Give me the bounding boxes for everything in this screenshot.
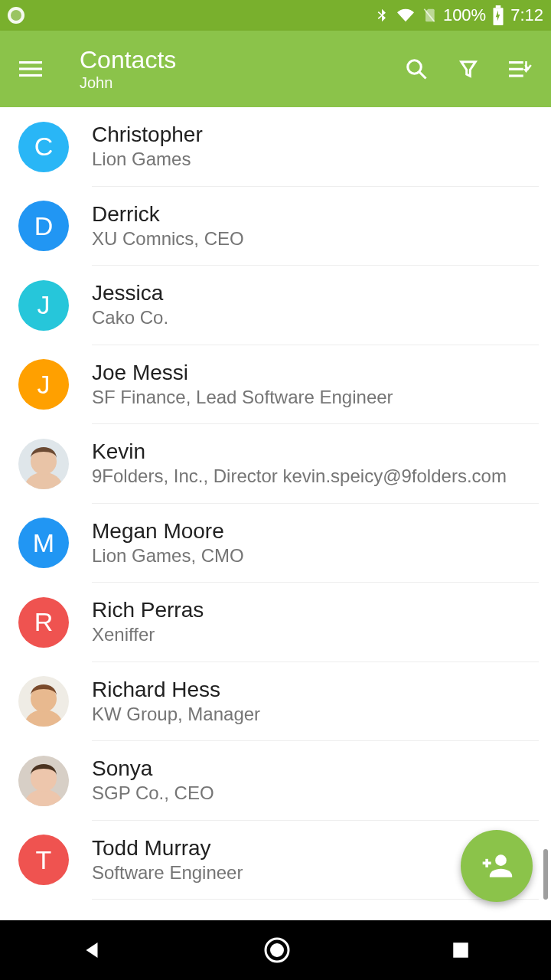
contact-row[interactable]: RRich PerrasXeniffer <box>0 583 551 662</box>
contact-text: Megan MooreLion Games, CMO <box>92 504 539 583</box>
contact-text: JessicaCako Co. <box>92 266 539 345</box>
screen: 100% 7:12 Contacts John CChristopherLion… <box>0 0 551 980</box>
svg-rect-22 <box>485 859 488 867</box>
contact-avatar[interactable]: J <box>18 359 69 410</box>
contact-row[interactable]: SonyaSGP Co., CEO <box>0 741 551 821</box>
nav-home-button[interactable] <box>263 936 291 964</box>
contact-name: Sonya <box>92 756 539 781</box>
contact-row[interactable]: Richard HessKW Group, Manager <box>0 662 551 742</box>
contact-detail: XU Comnics, CEO <box>92 228 539 250</box>
contact-text: Richard HessKW Group, Manager <box>92 662 539 742</box>
svg-line-7 <box>419 72 426 79</box>
contact-text: SonyaSGP Co., CEO <box>92 741 539 821</box>
person-add-icon <box>480 849 514 883</box>
sort-icon <box>509 59 532 79</box>
svg-rect-10 <box>509 75 523 77</box>
contact-text: ChristopherLion Games <box>92 107 539 187</box>
contact-name: Derrick <box>92 202 539 227</box>
search-icon <box>405 57 428 80</box>
add-contact-fab[interactable] <box>461 830 533 902</box>
contact-avatar[interactable] <box>18 756 69 806</box>
menu-button[interactable] <box>12 51 49 87</box>
filter-icon <box>458 57 479 80</box>
svg-rect-3 <box>19 61 42 64</box>
contact-detail: Xeniffer <box>92 624 539 645</box>
contact-name: Christopher <box>92 122 539 147</box>
status-bar: 100% 7:12 <box>0 0 551 31</box>
svg-rect-2 <box>496 5 501 8</box>
svg-rect-8 <box>509 61 523 64</box>
page-title: Contacts <box>80 46 383 74</box>
contact-detail: KW Group, Manager <box>92 704 539 725</box>
hamburger-icon <box>19 57 42 80</box>
svg-rect-25 <box>454 942 469 958</box>
wifi-icon <box>396 7 416 24</box>
contact-avatar[interactable] <box>18 439 69 489</box>
svg-rect-5 <box>19 74 42 77</box>
nav-recent-button[interactable] <box>451 940 471 960</box>
contact-list[interactable]: CChristopherLion GamesDDerrickXU Comnics… <box>0 107 551 920</box>
no-sim-icon <box>422 6 437 24</box>
app-bar-titles: Contacts John <box>64 46 383 92</box>
page-subtitle: John <box>80 74 383 92</box>
contact-name: Kevin <box>92 439 539 464</box>
bluetooth-icon <box>374 5 390 25</box>
circle-home-icon <box>263 936 291 964</box>
contact-avatar[interactable]: D <box>18 201 69 251</box>
contact-text: Rich PerrasXeniffer <box>92 583 539 662</box>
svg-rect-4 <box>19 67 42 70</box>
contact-name: Richard Hess <box>92 678 539 702</box>
contact-avatar[interactable]: C <box>18 122 69 172</box>
sort-button[interactable] <box>502 51 539 87</box>
filter-button[interactable] <box>450 51 487 87</box>
status-right: 100% 7:12 <box>374 5 543 25</box>
contact-avatar[interactable]: R <box>18 597 69 648</box>
contact-name: Megan Moore <box>92 519 539 544</box>
scroll-thumb[interactable] <box>543 849 548 900</box>
contact-text: DerrickXU Comnics, CEO <box>92 187 539 266</box>
battery-charging-icon <box>492 5 504 25</box>
svg-rect-9 <box>509 68 523 70</box>
svg-point-6 <box>408 60 422 74</box>
contact-name: Jessica <box>92 281 539 305</box>
contact-name: Joe Messi <box>92 361 539 385</box>
status-left <box>8 7 24 24</box>
svg-point-24 <box>271 945 282 956</box>
contact-avatar[interactable]: J <box>18 280 69 331</box>
contact-avatar[interactable]: M <box>18 518 69 568</box>
contact-row[interactable]: CChristopherLion Games <box>0 107 551 187</box>
svg-point-20 <box>495 854 507 866</box>
triangle-back-icon <box>80 939 103 962</box>
square-recent-icon <box>451 940 471 960</box>
contact-row[interactable]: JJoe MessiSF Finance, Lead Software Engi… <box>0 345 551 425</box>
app-bar: Contacts John <box>0 31 551 107</box>
contact-detail: Lion Games <box>92 149 539 170</box>
contact-avatar[interactable] <box>18 676 69 727</box>
contact-text: Joe MessiSF Finance, Lead Software Engin… <box>92 345 539 425</box>
contact-detail: SF Finance, Lead Software Engineer <box>92 387 539 408</box>
contact-detail: 9Folders, Inc., Director kevin.speicy@9f… <box>92 466 539 487</box>
nav-back-button[interactable] <box>80 939 103 962</box>
contact-row[interactable]: JJessicaCako Co. <box>0 266 551 345</box>
battery-text: 100% <box>443 5 486 25</box>
contact-detail: Cako Co. <box>92 307 539 328</box>
contact-avatar[interactable]: T <box>18 835 69 885</box>
contact-name: Rich Perras <box>92 598 539 622</box>
contact-text: Kevin9Folders, Inc., Director kevin.spei… <box>92 424 539 504</box>
contact-detail: SGP Co., CEO <box>92 782 539 804</box>
system-nav-bar <box>0 920 551 980</box>
contact-row[interactable]: Kevin9Folders, Inc., Director kevin.spei… <box>0 424 551 504</box>
search-button[interactable] <box>398 51 435 87</box>
contact-detail: Lion Games, CMO <box>92 545 539 567</box>
clock-text: 7:12 <box>510 5 543 25</box>
contact-row[interactable]: DDerrickXU Comnics, CEO <box>0 187 551 266</box>
contact-row[interactable]: MMegan MooreLion Games, CMO <box>0 504 551 583</box>
status-notification-dot <box>8 7 24 24</box>
